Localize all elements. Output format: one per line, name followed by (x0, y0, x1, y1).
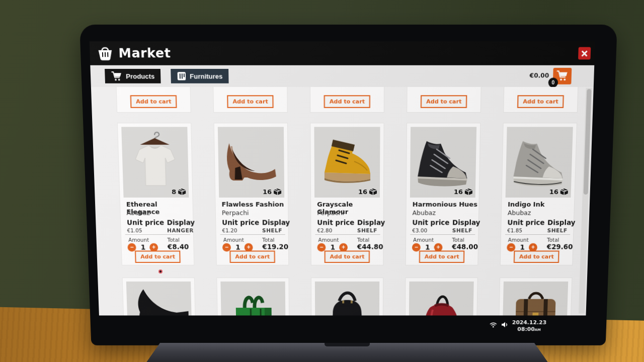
stock-count: 16 (263, 188, 282, 196)
amount-label: Amount (413, 237, 434, 243)
unit-price-header: Unit price (507, 219, 545, 227)
product-grid: Add to cart Add to cart Add to cart Add … (91, 87, 594, 316)
product-image-area: 16 (506, 127, 573, 197)
add-to-cart-button[interactable]: Add to cart (229, 250, 275, 262)
amount-value: 1 (328, 243, 338, 251)
product-card-partial (404, 278, 477, 315)
box-icon (273, 188, 282, 196)
basket-icon (96, 46, 114, 61)
display-value: SHELF (452, 227, 472, 233)
box-icon (560, 188, 569, 196)
cart-total: €0.00 (529, 72, 549, 79)
display-header: Display (452, 219, 480, 227)
total-value: €44.80 (357, 243, 383, 251)
green-tote-bag-image (221, 288, 286, 315)
stock-number: 8 (172, 188, 176, 196)
add-to-cart-button[interactable]: Add to cart (135, 250, 181, 262)
tab-products[interactable]: Products (105, 69, 161, 83)
box-icon (369, 188, 377, 196)
product-card-partial: Add to cart (213, 87, 288, 113)
stock-number: 16 (549, 188, 559, 196)
product-image-area (315, 282, 379, 316)
scrollbar-track[interactable] (579, 88, 592, 314)
total-label: Total (167, 237, 180, 243)
unit-price-value: €3.00 (412, 227, 427, 233)
product-image-area (502, 282, 568, 316)
add-to-cart-button[interactable]: Add to cart (514, 250, 559, 262)
laptop-screen: Market Products Furnitures €0.00 (79, 25, 617, 345)
scrollbar-thumb[interactable] (583, 89, 591, 195)
amount-value: 1 (233, 243, 243, 251)
system-status-bar: 2024.12.23 08:00AM (489, 319, 546, 333)
unit-price-value: €1.20 (222, 227, 237, 233)
tab-label: Products (126, 72, 155, 80)
add-to-cart-button[interactable]: Add to cart (517, 95, 564, 108)
amount-label: Amount (223, 237, 244, 243)
unit-price-header: Unit price (127, 219, 165, 227)
product-card-partial: Add to cart (310, 87, 384, 113)
product-card: 8 Ethereal Elegance Abubaz Unit price Di… (117, 123, 194, 265)
divider (315, 234, 380, 235)
product-image-area (409, 282, 473, 316)
mouse-cursor-dot (158, 269, 163, 274)
unit-price-value: €2.80 (317, 227, 332, 233)
black-hightop-sneaker-image (413, 138, 474, 189)
time-display: 08:00AM (512, 326, 546, 333)
cart-button[interactable]: 0 (553, 68, 572, 84)
divider (220, 234, 285, 235)
black-handbag-image (315, 288, 379, 315)
product-image-area: 16 (314, 127, 380, 197)
add-to-cart-button[interactable]: Add to cart (324, 95, 371, 108)
cart-icon (111, 71, 122, 81)
unit-price-header: Unit price (222, 219, 259, 227)
cart-count-badge: 0 (548, 77, 558, 87)
add-to-cart-button[interactable]: Add to cart (130, 95, 177, 108)
product-image-area: 8 (121, 127, 189, 197)
amount-value: 1 (138, 243, 148, 251)
add-to-cart-button[interactable]: Add to cart (227, 95, 274, 108)
market-window: Market Products Furnitures €0.00 (90, 41, 595, 315)
product-card: 16 Indigo Ink Abubaz Unit price Display … (500, 123, 577, 265)
display-header: Display (547, 219, 576, 227)
total-value: €48.00 (452, 243, 478, 251)
gray-hightop-sneaker-image (508, 138, 570, 189)
stock-number: 16 (358, 188, 367, 196)
product-brand: Abubaz (413, 209, 436, 217)
product-brand: Abubaz (126, 209, 150, 217)
amount-value: 1 (423, 243, 433, 251)
product-card-partial (122, 278, 198, 315)
tab-label: Furnitures (190, 72, 223, 80)
total-label: Total (262, 237, 274, 243)
brown-heel-pump-image (220, 140, 282, 187)
product-card-partial: Add to cart (503, 87, 579, 113)
box-icon (178, 188, 186, 196)
add-to-cart-button[interactable]: Add to cart (325, 250, 370, 262)
close-button[interactable] (578, 47, 591, 60)
product-card-partial: Add to cart (116, 87, 191, 113)
red-drawstring-bag-image (409, 288, 474, 315)
total-value: €29.60 (547, 243, 573, 251)
meridiem-label: AM (535, 328, 541, 332)
tab-furnitures[interactable]: Furnitures (171, 69, 229, 83)
unit-price-header: Unit price (412, 219, 449, 227)
black-stiletto-heel-image (126, 288, 192, 315)
add-to-cart-button[interactable]: Add to cart (421, 95, 467, 108)
amount-label: Amount (508, 237, 529, 243)
white-tshirt-hanger-image (126, 129, 184, 192)
product-name: Harmonious Hues (413, 201, 478, 208)
product-card-partial: Add to cart (407, 87, 481, 113)
display-header: Display (262, 219, 290, 227)
amount-value: 1 (517, 243, 527, 251)
add-to-cart-button[interactable]: Add to cart (419, 250, 465, 262)
product-image-area (126, 282, 192, 316)
product-card-partial (497, 278, 572, 315)
product-brand: Perpachi (317, 209, 344, 217)
stock-count: 8 (172, 188, 186, 196)
shelf-icon (177, 71, 187, 80)
divider (125, 234, 190, 235)
date-display: 2024.12.23 (512, 319, 547, 326)
product-brand: Abubaz (508, 209, 531, 217)
unit-price-value: €1.85 (507, 227, 522, 233)
product-image-area: 16 (410, 127, 476, 197)
product-image-area: 16 (218, 127, 284, 197)
